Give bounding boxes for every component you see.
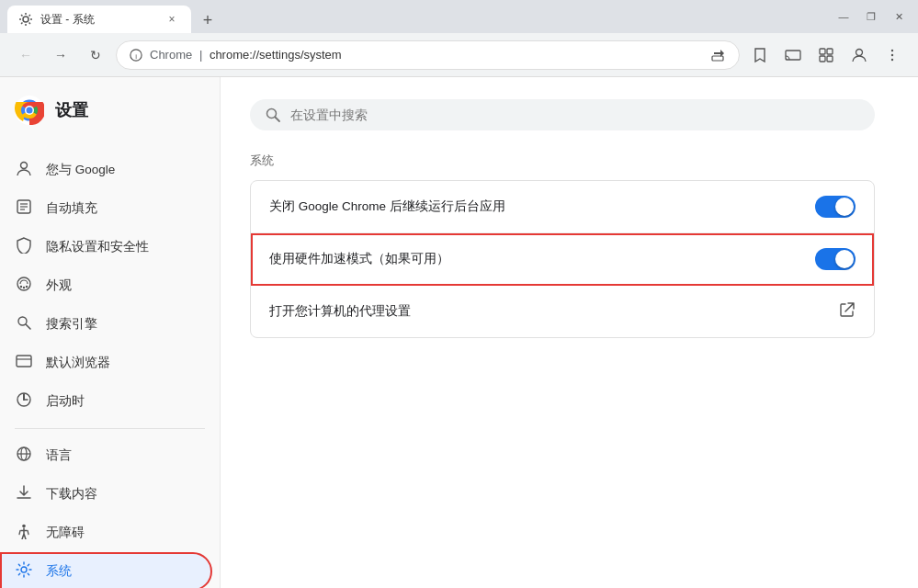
language-icon [15,446,33,466]
sidebar-item-language[interactable]: 语言 [0,436,212,475]
chrome-logo-icon [15,96,44,125]
sidebar-item-browser[interactable]: 默认浏览器 [0,344,212,382]
tab-bar: 设置 - 系统 × + [7,0,832,33]
sidebar-label-browser: 默认浏览器 [46,355,110,371]
nav-actions [745,40,907,70]
sidebar-item-appearance[interactable]: 外观 [0,266,212,305]
forward-button[interactable]: → [46,40,75,70]
url-prefix: Chrome [150,48,192,62]
svg-line-43 [276,118,280,122]
sidebar-item-search[interactable]: 搜索引擎 [0,305,212,344]
system-icon [15,561,33,582]
sidebar-item-privacy[interactable]: 隐私设置和安全性 [0,228,212,266]
svg-point-25 [20,286,22,288]
profile-button[interactable] [844,40,874,70]
search-engine-icon [15,314,33,334]
background-run-toggle-container [815,196,856,218]
svg-point-18 [27,107,33,114]
autofill-icon [15,198,33,219]
svg-point-26 [23,287,25,288]
sidebar-item-system[interactable]: 系统 [0,552,212,588]
search-bar-container [250,99,889,130]
search-icon [265,107,281,123]
appearance-icon [15,276,33,296]
svg-point-27 [26,286,28,288]
content-area: 系统 关闭 Google Chrome 后继续运行后台应用 [221,77,918,588]
svg-line-29 [26,324,30,329]
sidebar-label-language: 语言 [46,447,72,464]
svg-rect-3 [712,56,723,61]
bookmark-button[interactable] [745,40,775,70]
close-button[interactable]: ✕ [887,5,911,28]
svg-rect-5 [820,49,825,54]
sidebar-item-google[interactable]: 您与 Google [0,151,212,189]
minimize-button[interactable]: — [832,5,856,28]
svg-rect-6 [827,49,833,54]
settings-card: 关闭 Google Chrome 后继续运行后台应用 使用硬件加速模式（如果可用… [250,180,875,338]
share-icon [711,48,726,62]
proxy-external-link-button[interactable] [839,301,856,322]
browser-icon [15,353,33,373]
sidebar-item-accessibility[interactable]: 无障碍 [0,514,212,552]
svg-point-11 [891,53,893,55]
svg-rect-7 [820,56,825,62]
main-area: 设置 您与 Google 自动填充 [0,77,918,588]
hardware-accel-label: 使用硬件加速模式（如果可用） [269,251,815,267]
sidebar-title: 设置 [55,99,88,121]
sidebar-label-downloads: 下载内容 [46,486,97,503]
lock-icon: i [130,49,142,62]
background-run-toggle[interactable] [815,196,856,218]
sidebar-label-accessibility: 无障碍 [46,525,85,541]
external-link-icon [839,301,856,318]
restore-button[interactable]: ❐ [859,5,883,28]
sidebar-item-startup[interactable]: 启动时 [0,382,212,421]
sidebar-divider [15,428,205,429]
tab-title: 设置 - 系统 [40,12,156,28]
proxy-label: 打开您计算机的代理设置 [269,303,839,320]
svg-rect-30 [17,356,31,367]
svg-rect-4 [786,51,800,60]
tab-close-button[interactable]: × [164,11,180,28]
cast-icon [785,47,801,63]
url-separator: | [199,48,202,62]
svg-point-40 [21,567,27,572]
section-title: 系统 [250,153,889,169]
sidebar-label-system: 系统 [46,563,72,580]
svg-point-12 [891,58,893,60]
extensions-icon [818,47,834,63]
hardware-accel-toggle[interactable] [815,248,856,270]
window-controls: — ❐ ✕ [832,5,911,28]
refresh-button[interactable]: ↻ [81,40,110,70]
active-tab[interactable]: 设置 - 系统 × [7,6,191,33]
search-input[interactable] [290,107,860,122]
sidebar-item-downloads[interactable]: 下载内容 [0,475,212,514]
window-frame: 设置 - 系统 × + — ❐ ✕ ← → ↻ i Chrome | chrom… [0,0,918,588]
sidebar-label-startup: 启动时 [46,393,85,410]
startup-icon [15,391,33,412]
svg-point-19 [21,163,28,169]
background-run-label: 关闭 Google Chrome 后继续运行后台应用 [269,198,815,215]
title-bar: 设置 - 系统 × + — ❐ ✕ [0,0,918,33]
downloads-icon [15,484,33,504]
address-bar[interactable]: i Chrome | chrome://settings/system [116,40,740,70]
search-bar[interactable] [250,99,875,130]
sidebar-item-autofill[interactable]: 自动填充 [0,189,212,228]
svg-point-10 [891,49,893,51]
hardware-accel-row: 使用硬件加速模式（如果可用） [251,233,874,286]
sidebar-header: 设置 [0,86,220,140]
new-tab-button[interactable]: + [195,7,221,33]
back-button[interactable]: ← [11,40,40,70]
proxy-row: 打开您计算机的代理设置 [251,286,874,337]
proxy-link-container [839,301,856,322]
sidebar-search-area [0,140,220,151]
profile-icon [851,47,867,63]
bookmark-icon [752,47,768,63]
background-run-row: 关闭 Google Chrome 后继续运行后台应用 [251,181,874,233]
sidebar-label-appearance: 外观 [46,277,72,294]
menu-button[interactable] [878,40,907,70]
cast-button[interactable] [778,40,808,70]
nav-bar: ← → ↻ i Chrome | chrome://settings/syste… [0,33,918,77]
extensions-button[interactable] [811,40,841,70]
svg-text:i: i [135,51,137,60]
sidebar-label-search: 搜索引擎 [46,316,97,333]
